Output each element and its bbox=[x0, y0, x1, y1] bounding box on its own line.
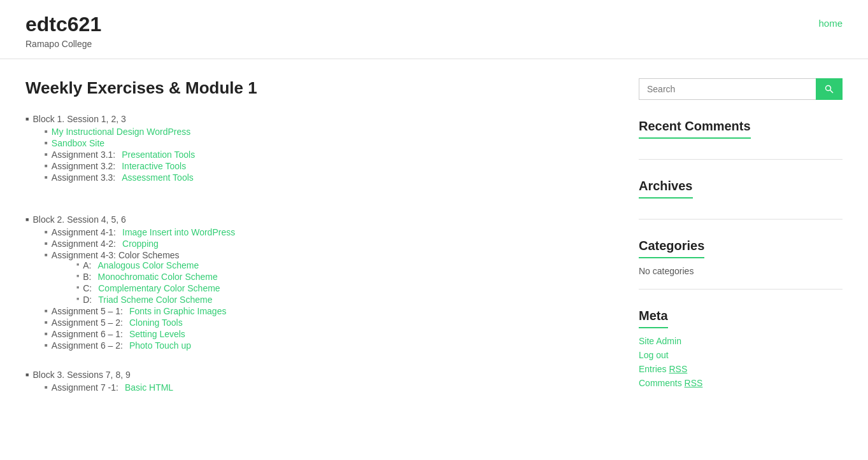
complementary-link[interactable]: Complementary Color Scheme bbox=[98, 283, 220, 293]
meta-title: Meta bbox=[639, 309, 668, 328]
block-1-label: Block 1. Session 1, 2, 3 bbox=[25, 114, 601, 124]
block-1-item: Block 1. Session 1, 2, 3 My Instructiona… bbox=[25, 114, 601, 183]
sandbox-site-link[interactable]: Sandbox Site bbox=[52, 138, 104, 148]
list-item: Assignment 4-1: Image Insert into WordPr… bbox=[45, 227, 601, 237]
cropping-link[interactable]: Cropping bbox=[122, 239, 159, 249]
assessment-tools-link[interactable]: Assessment Tools bbox=[122, 172, 194, 183]
list-item: Assignment 5 – 1: Fonts in Graphic Image… bbox=[45, 306, 601, 316]
search-container bbox=[639, 78, 843, 100]
block-3-sub-list: Assignment 7 -1: Basic HTML bbox=[45, 382, 601, 393]
comments-rss-link[interactable]: Comments RSS bbox=[639, 378, 843, 388]
list-item: My Instructional Design WordPress bbox=[45, 127, 601, 137]
home-link[interactable]: home bbox=[818, 18, 843, 29]
list-item: C: Complementary Color Scheme bbox=[76, 283, 601, 293]
block-2-list: Block 2. Session 4, 5, 6 Assignment 4-1:… bbox=[25, 214, 601, 351]
sub-label: Sandbox Site bbox=[45, 138, 601, 148]
list-item: B: Monochromatic Color Scheme bbox=[76, 272, 601, 282]
list-item: A: Analogous Color Scheme bbox=[76, 260, 601, 270]
block-3-item: Block 3. Sessions 7, 8, 9 Assignment 7 -… bbox=[25, 370, 601, 393]
sidebar-meta: Meta Site Admin Log out Entries RSS Comm… bbox=[639, 309, 843, 405]
main-content: Weekly Exercises & Module 1 Block 1. Ses… bbox=[25, 78, 601, 424]
sub-label: Assignment 6 – 1: Setting Levels bbox=[45, 329, 601, 339]
sub-label: Assignment 4-1: Image Insert into WordPr… bbox=[45, 227, 601, 237]
list-item: Assignment 7 -1: Basic HTML bbox=[45, 382, 601, 393]
triad-link[interactable]: Triad Scheme Color Scheme bbox=[98, 295, 212, 305]
fonts-link[interactable]: Fonts in Graphic Images bbox=[129, 306, 227, 316]
site-subtitle: Ramapo College bbox=[25, 39, 101, 49]
archives-title: Archives bbox=[639, 179, 693, 199]
block-1-sub-list: My Instructional Design WordPress Sandbo… bbox=[45, 127, 601, 183]
monochromatic-link[interactable]: Monochromatic Color Scheme bbox=[97, 272, 217, 282]
sub-label: Assignment 7 -1: Basic HTML bbox=[45, 382, 601, 393]
list-item: Assignment 3.3: Assessment Tools bbox=[45, 172, 601, 183]
sub-label: Assignment 3.2: Interactive Tools bbox=[45, 161, 601, 171]
sub-label: Assignment 5 – 2: Cloning Tools bbox=[45, 317, 601, 328]
svg-point-0 bbox=[826, 86, 831, 91]
sub-label: Assignment 3.1: Presentation Tools bbox=[45, 150, 601, 160]
sub-sub-label: B: Monochromatic Color Scheme bbox=[76, 272, 601, 282]
color-schemes-sub-list: A: Analogous Color Scheme B: Monochromat… bbox=[76, 260, 601, 305]
sub-label: Assignment 3.3: Assessment Tools bbox=[45, 172, 601, 183]
list-item: Assignment 4-3: Color Schemes A: Analogo… bbox=[45, 250, 601, 305]
sub-label: My Instructional Design WordPress bbox=[45, 127, 601, 137]
photo-touch-up-link[interactable]: Photo Touch up bbox=[129, 340, 191, 351]
sidebar-categories: Categories No categories bbox=[639, 239, 843, 289]
block-3-list: Block 3. Sessions 7, 8, 9 Assignment 7 -… bbox=[25, 370, 601, 393]
site-admin-link[interactable]: Site Admin bbox=[639, 336, 843, 346]
site-header: edtc621 Ramapo College home bbox=[0, 0, 868, 59]
basic-html-link[interactable]: Basic HTML bbox=[125, 382, 173, 393]
sub-label: Assignment 6 – 2: Photo Touch up bbox=[45, 340, 601, 351]
entries-rss-link[interactable]: Entries RSS bbox=[639, 364, 843, 374]
block-1-list: Block 1. Session 1, 2, 3 My Instructiona… bbox=[25, 114, 601, 183]
block-3-label: Block 3. Sessions 7, 8, 9 bbox=[25, 370, 601, 380]
site-title: edtc621 bbox=[25, 13, 101, 36]
block-2-label: Block 2. Session 4, 5, 6 bbox=[25, 214, 601, 225]
search-button[interactable] bbox=[816, 78, 843, 100]
page-title: Weekly Exercises & Module 1 bbox=[25, 78, 601, 98]
list-item: Sandbox Site bbox=[45, 138, 601, 148]
list-item: Assignment 5 – 2: Cloning Tools bbox=[45, 317, 601, 328]
recent-comments-title: Recent Comments bbox=[639, 119, 751, 139]
image-insert-link[interactable]: Image Insert into WordPress bbox=[122, 227, 235, 237]
list-item: Assignment 6 – 1: Setting Levels bbox=[45, 329, 601, 339]
block-2-sub-list: Assignment 4-1: Image Insert into WordPr… bbox=[45, 227, 601, 351]
sub-sub-label: D: Triad Scheme Color Scheme bbox=[76, 295, 601, 305]
my-instructional-design-link[interactable]: My Instructional Design WordPress bbox=[52, 127, 190, 137]
cloning-link[interactable]: Cloning Tools bbox=[129, 317, 183, 328]
sidebar-recent-comments: Recent Comments bbox=[639, 119, 843, 160]
analogous-link[interactable]: Analogous Color Scheme bbox=[97, 260, 199, 270]
sidebar-archives: Archives bbox=[639, 179, 843, 220]
presentation-tools-link[interactable]: Presentation Tools bbox=[122, 150, 195, 160]
sidebar: Recent Comments Archives Categories No c… bbox=[639, 78, 843, 424]
list-item: D: Triad Scheme Color Scheme bbox=[76, 295, 601, 305]
search-input[interactable] bbox=[639, 78, 816, 100]
sub-sub-label: A: Analogous Color Scheme bbox=[76, 260, 601, 270]
list-item: Assignment 3.1: Presentation Tools bbox=[45, 150, 601, 160]
categories-title: Categories bbox=[639, 239, 704, 258]
sub-sub-label: C: Complementary Color Scheme bbox=[76, 283, 601, 293]
sub-label: Assignment 4-2: Cropping bbox=[45, 239, 601, 249]
log-out-link[interactable]: Log out bbox=[639, 350, 843, 360]
interactive-tools-link[interactable]: Interactive Tools bbox=[122, 161, 186, 171]
setting-levels-link[interactable]: Setting Levels bbox=[129, 329, 185, 339]
color-schemes-label: Assignment 4-3: Color Schemes bbox=[45, 250, 601, 260]
no-categories-text: No categories bbox=[639, 266, 843, 276]
list-item: Assignment 4-2: Cropping bbox=[45, 239, 601, 249]
site-branding: edtc621 Ramapo College bbox=[25, 13, 101, 49]
list-item: Assignment 3.2: Interactive Tools bbox=[45, 161, 601, 171]
sub-label: Assignment 5 – 1: Fonts in Graphic Image… bbox=[45, 306, 601, 316]
list-item: Assignment 6 – 2: Photo Touch up bbox=[45, 340, 601, 351]
search-icon bbox=[825, 85, 834, 94]
svg-line-1 bbox=[830, 90, 834, 94]
block-2-item: Block 2. Session 4, 5, 6 Assignment 4-1:… bbox=[25, 214, 601, 351]
